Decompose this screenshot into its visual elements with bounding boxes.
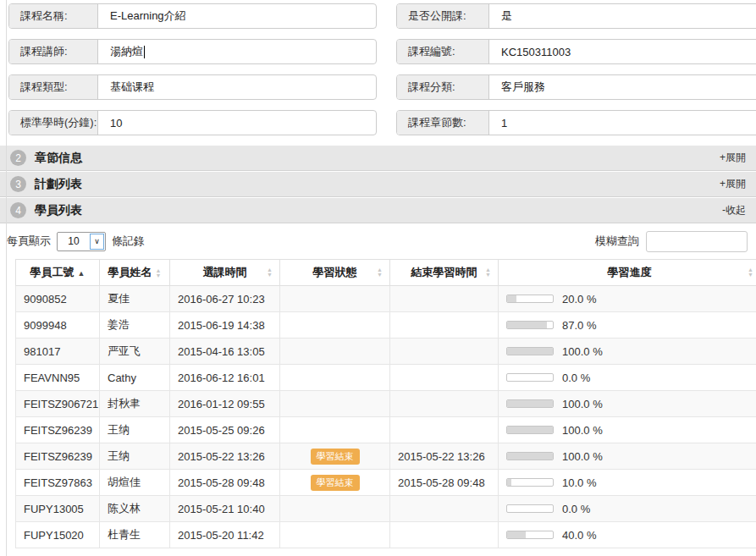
cell-progress: 20.0 %	[499, 286, 756, 312]
cell-student-name: 胡煊佳	[100, 470, 170, 496]
table-row: FEITSZ906721封秋聿2016-01-12 09:55100.0 %	[16, 391, 756, 417]
text-caret	[144, 46, 145, 58]
sort-ascending-icon: ▲	[78, 269, 86, 278]
fuzzy-search-label: 模糊查詢	[595, 234, 639, 249]
form-column-right: 是否公開課: 是 課程編號: KC150311003 課程分類: 客戶服務 課程…	[396, 3, 756, 146]
header-learning-status[interactable]: 學習狀態▲▼	[280, 260, 390, 286]
header-progress[interactable]: 學習進度▲▼	[499, 260, 756, 286]
course-code-value: KC150311003	[489, 40, 571, 63]
cell-progress: 100.0 %	[499, 443, 756, 470]
cell-learning-status	[280, 417, 390, 443]
cell-end-time: 2015-05-22 13:26	[390, 443, 499, 470]
page-size-select[interactable]: 10 ∨	[57, 232, 106, 251]
cell-end-time	[390, 312, 499, 339]
progress-bar-track	[506, 452, 554, 460]
progress-wrap: 100.0 %	[506, 424, 756, 437]
cell-student-name: 杜青生	[100, 522, 170, 548]
section-plan-list[interactable]: 3 計劃列表 +展開	[0, 172, 756, 197]
progress-bar-fill	[507, 322, 547, 328]
cell-learning-status: 學習結束	[280, 443, 390, 470]
field-course-name: 課程名稱: E-Learning介紹	[8, 3, 377, 29]
form-column-left: 課程名稱: E-Learning介紹 課程講師: 湯納煊 課程類型: 基础课程 …	[8, 3, 377, 146]
course-name-label: 課程名稱:	[9, 4, 98, 28]
header-student-name[interactable]: 學員姓名▲▼	[100, 260, 170, 286]
sort-both-icon: ▲▼	[377, 267, 383, 278]
cell-progress: 87.0 %	[499, 312, 756, 339]
progress-wrap: 20.0 %	[506, 293, 756, 306]
cell-progress: 0.0 %	[499, 496, 756, 522]
cell-student-id: FEAVNN95	[16, 365, 100, 391]
cell-learning-status	[280, 496, 390, 522]
cell-enroll-time: 2015-06-19 14:38	[170, 312, 280, 339]
field-course-instructor: 課程講師: 湯納煊	[8, 39, 377, 64]
cell-progress: 100.0 %	[499, 417, 756, 443]
cell-learning-status	[280, 286, 390, 312]
field-is-public: 是否公開課: 是	[396, 3, 756, 29]
student-table-body: 9090852夏佳2016-06-27 10:2320.0 %9099948姜浩…	[16, 286, 756, 548]
chapter-count-value: 1	[489, 111, 507, 135]
cell-enroll-time: 2015-04-16 13:05	[170, 339, 280, 365]
progress-bar-fill	[507, 479, 511, 486]
progress-percent-label: 10.0 %	[562, 476, 596, 489]
section-chapter-info[interactable]: 2 章節信息 +展開	[0, 146, 756, 171]
cell-student-id: FEITSZ96239	[16, 417, 100, 443]
cell-progress: 100.0 %	[499, 339, 756, 365]
course-category-label: 課程分類:	[397, 75, 489, 99]
student-table: 學員工號▲ 學員姓名▲▼ 選課時間▲▼ 學習狀態▲▼ 結束學習時間▲▼ 學習進度…	[15, 259, 756, 548]
cell-student-id: 981017	[16, 339, 100, 365]
progress-bar-track	[506, 347, 554, 355]
cell-student-name: 王纳	[100, 443, 170, 470]
field-chapter-count: 課程章節數: 1	[396, 110, 756, 135]
cell-learning-status	[280, 339, 390, 365]
course-type-label: 課程類型:	[9, 75, 98, 99]
course-category-value: 客戶服務	[489, 75, 545, 99]
course-instructor-input[interactable]: 湯納煊	[98, 40, 145, 63]
cell-enroll-time: 2016-06-12 16:01	[170, 365, 280, 391]
cell-student-id: 9099948	[16, 312, 100, 339]
field-course-category: 課程分類: 客戶服務	[396, 74, 756, 100]
cell-student-name: Cathy	[100, 365, 170, 391]
progress-wrap: 100.0 %	[506, 450, 756, 463]
table-row: 9099948姜浩2015-06-19 14:3887.0 %	[16, 312, 756, 339]
sort-both-icon: ▲▼	[156, 268, 162, 278]
cell-enroll-time: 2015-05-21 10:40	[170, 496, 280, 522]
progress-bar-fill	[507, 348, 553, 355]
progress-bar-fill	[507, 427, 553, 433]
header-enroll-time[interactable]: 選課時間▲▼	[170, 260, 280, 286]
course-instructor-label: 課程講師:	[9, 40, 98, 63]
header-end-time[interactable]: 結束學習時間▲▼	[390, 260, 499, 286]
cell-end-time	[390, 339, 499, 365]
cell-end-time: 2015-05-28 09:48	[390, 470, 499, 496]
cell-student-id: FUPY15020	[16, 522, 100, 548]
table-header-row: 學員工號▲ 學員姓名▲▼ 選課時間▲▼ 學習狀態▲▼ 結束學習時間▲▼ 學習進度…	[16, 260, 756, 286]
progress-bar-track	[506, 531, 554, 539]
section-title: 章節信息	[35, 151, 82, 166]
expand-toggle-link[interactable]: +展開	[720, 151, 746, 165]
progress-wrap: 100.0 %	[506, 345, 756, 358]
progress-bar-fill	[507, 531, 526, 538]
sort-both-icon: ▲▼	[748, 267, 753, 278]
expand-toggle-link[interactable]: +展開	[720, 177, 746, 191]
cell-enroll-time: 2015-05-25 09:26	[170, 417, 280, 443]
table-row: FUPY15020杜青生2015-05-20 11:4240.0 %	[16, 522, 756, 548]
progress-percent-label: 87.0 %	[562, 319, 596, 332]
cell-learning-status	[280, 312, 390, 339]
cell-learning-status	[280, 522, 390, 548]
progress-percent-label: 100.0 %	[562, 398, 603, 410]
header-student-id[interactable]: 學員工號▲	[16, 260, 100, 286]
progress-bar-track	[506, 321, 554, 329]
progress-percent-label: 100.0 %	[562, 345, 603, 358]
cell-student-id: FUPY13005	[16, 496, 100, 522]
field-standard-hours: 標準學時(分鐘): 10	[8, 110, 377, 135]
cell-enroll-time: 2015-05-20 11:42	[170, 522, 280, 548]
section-student-list[interactable]: 4 學員列表 -收起	[0, 198, 756, 223]
cell-learning-status: 學習結束	[280, 470, 390, 496]
cell-enroll-time: 2015-05-28 09:48	[170, 470, 280, 496]
page-size-prefix-label: 每頁顯示	[7, 234, 51, 249]
table-row: FEITSZ96239王纳2015-05-25 09:26100.0 %	[16, 417, 756, 443]
fuzzy-search-input[interactable]	[646, 231, 748, 252]
page-size-value: 10	[58, 235, 90, 247]
collapse-toggle-link[interactable]: -收起	[722, 203, 746, 217]
cell-student-id: FEITSZ906721	[16, 391, 100, 417]
section-number-badge: 2	[10, 150, 26, 166]
